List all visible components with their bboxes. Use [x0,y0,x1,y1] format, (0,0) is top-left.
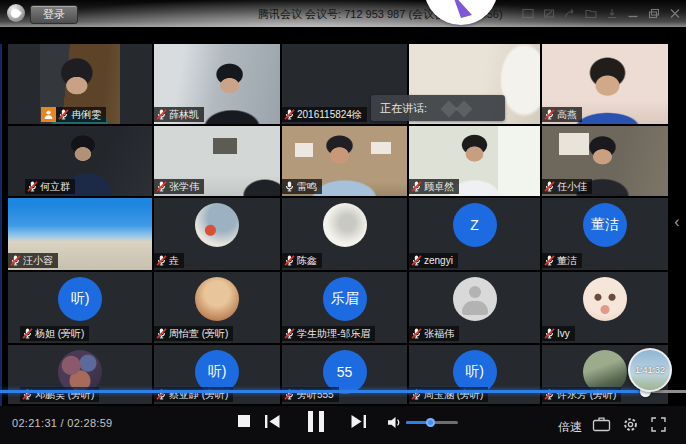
participant-tile[interactable]: 陈鑫 [282,198,407,270]
participant-tile[interactable]: Ivy [542,272,668,343]
avatar: 乐眉 [323,277,367,321]
participant-name: 陈鑫 [297,254,317,267]
participant-name: Ivy [557,327,570,340]
avatar [195,277,239,321]
participant-tile[interactable]: 高燕 [542,44,668,124]
participant-name: 张学伟 [169,180,199,193]
minimize-icon[interactable] [627,8,639,19]
participant-tile[interactable]: 张福伟 [409,272,540,343]
screenshot-icon[interactable] [522,8,534,19]
volume-slider[interactable] [406,421,458,424]
participant-tile[interactable]: 薛林凯 [154,44,280,124]
name-label: 雷鸣 [282,179,322,194]
participant-name: 董洁 [557,254,577,267]
name-label: 任小佳 [542,179,592,194]
download-icon[interactable] [606,8,618,19]
mic-muted-icon [284,255,295,266]
avatar-initials: Z [470,217,479,233]
participant-tile[interactable]: 55 旁听555 [282,345,407,404]
window-controls [522,0,681,27]
participant-name: 高燕 [557,108,577,121]
avatar [453,277,497,321]
participant-name: 学生助理-邹乐眉 [297,327,370,340]
share-icon[interactable] [564,8,576,19]
avatar: 听) [58,277,102,321]
meeting-playback-window: 登录 腾讯会议 会议号: 712 953 987 (会议密码: 123456) … [0,0,686,444]
participant-tile[interactable]: 听) 周玉涵 (旁听) [409,345,540,404]
participant-tile[interactable]: Z zengyi [409,198,540,270]
volume-slider-handle[interactable] [426,418,435,427]
close-icon[interactable] [669,8,681,19]
stop-button[interactable] [238,415,250,427]
restore-icon[interactable] [648,8,660,19]
participant-name: 任小佳 [557,180,587,193]
avatar: Z [453,203,497,247]
seek-bar-fill [0,390,645,393]
participant-tile[interactable]: 董洁 董洁 [542,198,668,270]
name-label: 薛林凯 [154,107,204,122]
volume-icon[interactable] [387,415,402,433]
participant-tile[interactable]: 顾卓然 [409,126,540,196]
previous-button[interactable] [264,414,281,433]
participant-tile[interactable]: 张学伟 [154,126,280,196]
name-label: 2016115824徐 [282,107,367,122]
seek-preview-bubble: 1:41:32 [628,348,672,392]
app-logo-icon [7,4,25,22]
host-badge-icon [41,107,56,122]
fullscreen-icon[interactable] [651,417,666,436]
participant-tile[interactable]: 周怡萱 (旁听) [154,272,280,343]
login-button[interactable]: 登录 [30,5,78,24]
participant-name: 顾卓然 [424,180,454,193]
mic-muted-icon [156,181,167,192]
participant-tile[interactable]: 听) 杨妲 (旁听) [8,272,152,343]
participant-tile[interactable]: 邓鹏昊 (旁听) [8,345,152,404]
participant-name: 雷鸣 [297,180,317,193]
mic-muted-icon [156,109,167,120]
prev-page-arrow[interactable]: ‹ [670,211,684,233]
pause-button[interactable] [308,411,324,432]
participant-tile[interactable]: 汪小容 [8,198,152,270]
stage-left-edge [0,44,2,406]
participant-tile[interactable]: 何立群 [8,126,152,196]
mic-muted-icon [544,109,555,120]
participant-name: zengyi [424,254,453,267]
avatar-initials: 乐眉 [331,290,359,308]
avatar: 董洁 [583,203,627,247]
seek-bar[interactable] [0,390,686,393]
name-label: 张福伟 [409,326,459,341]
participant-tile[interactable]: 乐眉 学生助理-邹乐眉 [282,272,407,343]
next-button[interactable] [350,414,367,433]
name-label: 周怡萱 (旁听) [154,326,233,341]
name-label: 冉俐雯 [41,107,106,122]
participant-grid: 冉俐雯 薛林凯 2016115824徐 高燕 何立群 张学伟 雷鸣 顾卓然 [8,44,668,404]
mic-muted-icon [22,328,33,339]
participant-tile[interactable]: 听) 蔡亚静 (旁听) [154,345,280,404]
seek-preview-time: 1:41:32 [635,365,665,375]
avatar [323,203,367,247]
toolbox-icon[interactable] [592,416,611,436]
avatar-initials: 听) [465,363,484,381]
participant-tile[interactable]: 冉俐雯 [8,44,152,124]
name-label: zengyi [409,253,458,268]
name-label: 陈鑫 [282,253,322,268]
name-label: 汪小容 [8,253,58,268]
mic-muted-icon [544,255,555,266]
settings-gear-icon[interactable] [622,416,639,437]
participant-name: 垚 [169,254,179,267]
resize-icon[interactable] [543,8,555,19]
time-display: 02:21:31 / 02:28:59 [12,417,113,429]
folder-icon[interactable] [585,8,597,19]
tencent-watermark-icon [456,101,473,118]
participant-name: 2016115824徐 [297,108,362,121]
participant-tile[interactable]: 任小佳 [542,126,668,196]
mic-muted-icon [27,181,38,192]
avatar-initials: 55 [337,364,353,380]
participant-name: 汪小容 [23,254,53,267]
avatar [195,203,239,247]
name-label: 张学伟 [154,179,204,194]
name-label: 董洁 [542,253,582,268]
participant-name: 何立群 [40,180,70,193]
participant-tile[interactable]: 垚 [154,198,280,270]
participant-tile[interactable]: 雷鸣 [282,126,407,196]
playback-speed-button[interactable]: 倍速 [558,419,582,436]
